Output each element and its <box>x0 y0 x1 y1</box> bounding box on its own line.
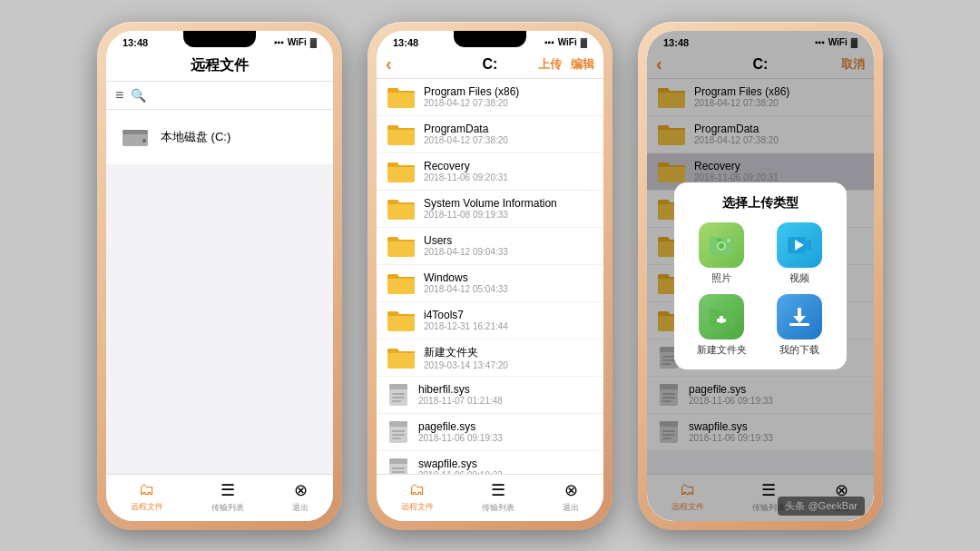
upload-type-modal: 选择上传类型 照片 视频 <box>674 182 847 369</box>
svg-rect-6 <box>392 397 405 398</box>
list-item[interactable]: pagefile.sys 2018-11-06 09:19:33 <box>377 414 603 451</box>
tab-bar-2: 🗂 远程文件 ☰ 传输列表 ⊗ 退出 <box>377 474 603 521</box>
tab-icon-remote-1: 🗂 <box>139 480 155 499</box>
file-date: 2018-04-12 09:04:33 <box>424 247 594 257</box>
tab-exit-1[interactable]: ⊗ 退出 <box>292 480 309 514</box>
svg-rect-12 <box>392 438 401 439</box>
file-name: 新建文件夹 <box>424 345 594 360</box>
svg-rect-5 <box>392 393 405 395</box>
list-item[interactable]: System Volume Information 2018-11-08 09:… <box>377 191 603 228</box>
time-2: 13:48 <box>393 37 418 48</box>
tab-icon-exit-2: ⊗ <box>564 480 578 500</box>
file-info: Recovery 2018-11-06 09:20:31 <box>424 160 594 182</box>
wifi-icon-2: WiFi <box>558 37 577 47</box>
modal-overlay[interactable]: 选择上传类型 照片 视频 <box>647 31 874 521</box>
folder-icon <box>386 84 416 110</box>
svg-rect-36 <box>717 239 721 241</box>
file-name: pagefile.sys <box>418 420 594 433</box>
folder-icon <box>386 122 416 147</box>
tab-transfer-2[interactable]: ☰ 传输列表 <box>482 480 514 514</box>
signal-icon-2: ▪▪▪ <box>544 37 554 47</box>
svg-rect-15 <box>392 467 405 469</box>
page-wrapper: 13:48 ▪▪▪ WiFi ▓ 远程文件 ≡ 🔍 <box>97 22 883 530</box>
nav-title-1: 远程文件 <box>191 56 249 75</box>
tab-label-remote-2: 远程文件 <box>401 501 434 513</box>
photo-icon-circle <box>699 222 744 268</box>
list-item[interactable]: Windows 2018-04-12 05:04:33 <box>377 265 603 302</box>
file-date: 2019-03-14 13:47:20 <box>424 360 594 370</box>
modal-item-video[interactable]: 视频 <box>765 222 834 285</box>
notch-1 <box>183 31 256 47</box>
screen-2: 13:48 ▪▪▪ WiFi ▓ ‹ C: 上传 编辑 <box>377 31 603 521</box>
tab-remote-files-2[interactable]: 🗂 远程文件 <box>401 480 434 513</box>
back-button-2[interactable]: ‹ <box>386 54 392 74</box>
svg-rect-9 <box>389 421 407 427</box>
file-date: 2018-11-06 09:20:31 <box>424 172 594 182</box>
tab-transfer-1[interactable]: ☰ 传输列表 <box>211 480 244 514</box>
svg-rect-10 <box>392 430 405 432</box>
svg-point-2 <box>142 139 146 143</box>
nav-bar-2: ‹ C: 上传 编辑 <box>377 51 603 79</box>
drive-icon <box>119 121 152 153</box>
list-item[interactable]: ProgramData 2018-04-12 07:38:20 <box>377 116 603 153</box>
file-name: hiberfil.sys <box>418 383 594 396</box>
sys-file-icon <box>386 382 411 408</box>
filter-bar-1[interactable]: ≡ 🔍 <box>106 82 333 110</box>
folder-icon <box>386 233 416 259</box>
list-item[interactable]: 新建文件夹 2019-03-14 13:47:20 <box>377 339 603 377</box>
list-item[interactable]: hiberfil.sys 2018-11-07 01:21:48 <box>377 377 603 414</box>
modal-item-photo[interactable]: 照片 <box>687 222 756 285</box>
folder-icon <box>386 196 416 221</box>
drive-item-c[interactable]: 本地磁盘 (C:) <box>106 110 333 165</box>
list-item[interactable]: Users 2018-04-12 09:04:33 <box>377 228 603 265</box>
svg-rect-43 <box>789 323 809 326</box>
screen-1: 13:48 ▪▪▪ WiFi ▓ 远程文件 ≡ 🔍 <box>106 31 333 521</box>
nav-actions-2: 上传 编辑 <box>538 56 594 73</box>
file-date: 2018-11-07 01:21:48 <box>418 396 594 406</box>
list-item[interactable]: Program Files (x86) 2018-04-12 07:38:20 <box>377 79 603 116</box>
downloads-icon-circle <box>777 294 822 339</box>
file-info: i4Tools7 2018-12-31 16:21:44 <box>424 309 594 331</box>
photo-label: 照片 <box>711 271 731 285</box>
battery-icon-1: ▓ <box>310 37 317 47</box>
video-icon-circle <box>777 222 822 268</box>
edit-button-2[interactable]: 编辑 <box>571 56 594 73</box>
list-item[interactable]: i4Tools7 2018-12-31 16:21:44 <box>377 302 603 339</box>
time-1: 13:48 <box>122 37 148 48</box>
file-name: i4Tools7 <box>424 309 594 321</box>
modal-grid: 照片 视频 新建文件夹 <box>687 222 834 357</box>
file-name: Users <box>424 234 594 247</box>
tab-label-exit-2: 退出 <box>563 502 579 514</box>
tab-label-transfer-2: 传输列表 <box>482 502 514 514</box>
file-info: Windows 2018-04-12 05:04:33 <box>424 271 594 294</box>
search-icon-1[interactable]: 🔍 <box>131 88 146 103</box>
file-info: ProgramData 2018-04-12 07:38:20 <box>424 123 594 145</box>
file-name: Recovery <box>424 160 594 172</box>
file-name: Windows <box>424 271 594 284</box>
tab-bar-1: 🗂 远程文件 ☰ 传输列表 ⊗ 退出 <box>106 474 333 521</box>
nav-title-2: C: <box>483 56 498 73</box>
file-info: hiberfil.sys 2018-11-07 01:21:48 <box>418 383 594 406</box>
file-list-1: 本地磁盘 (C:) <box>106 110 333 474</box>
status-icons-1: ▪▪▪ WiFi ▓ <box>274 37 317 47</box>
modal-item-downloads[interactable]: 我的下载 <box>765 294 834 357</box>
list-item[interactable]: swapfile.sys 2018-11-06 09:19:33 <box>377 451 603 474</box>
status-icons-2: ▪▪▪ WiFi ▓ <box>544 37 587 47</box>
tab-exit-2[interactable]: ⊗ 退出 <box>563 480 579 514</box>
folder-icon <box>386 159 416 184</box>
tab-remote-files-1[interactable]: 🗂 远程文件 <box>131 480 163 513</box>
signal-icon-1: ▪▪▪ <box>274 37 284 47</box>
list-item[interactable]: Recovery 2018-11-06 09:20:31 <box>377 153 603 191</box>
new-folder-label: 新建文件夹 <box>697 343 747 357</box>
phone-3: 13:48 ▪▪▪ WiFi ▓ ‹ C: 取消 <box>638 22 883 530</box>
modal-item-new-folder[interactable]: 新建文件夹 <box>687 294 756 357</box>
filter-icon-1[interactable]: ≡ <box>115 87 123 103</box>
upload-button-2[interactable]: 上传 <box>538 56 562 73</box>
svg-rect-14 <box>389 458 407 464</box>
modal-title: 选择上传类型 <box>687 195 834 212</box>
wifi-icon-1: WiFi <box>288 37 307 47</box>
tab-icon-exit-1: ⊗ <box>294 480 308 500</box>
svg-point-37 <box>727 239 730 242</box>
tab-label-exit-1: 退出 <box>292 502 309 514</box>
file-date: 2018-11-08 09:19:33 <box>424 210 594 220</box>
